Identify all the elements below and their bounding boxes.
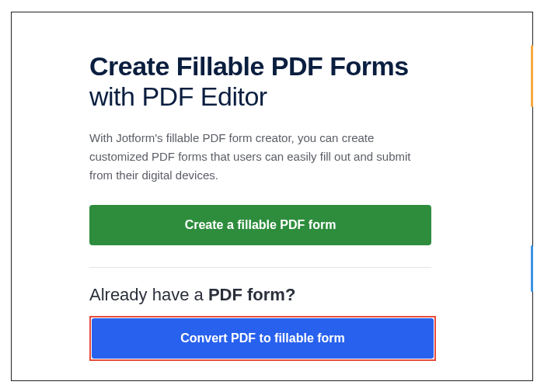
- page-description: With Jotform's fillable PDF form creator…: [89, 129, 416, 185]
- create-fillable-pdf-button[interactable]: Create a fillable PDF form: [89, 205, 431, 245]
- heading-bold: Create Fillable PDF Forms: [89, 51, 409, 81]
- convert-pdf-button[interactable]: Convert PDF to fillable form: [92, 318, 434, 359]
- edge-accent-blue: [531, 245, 533, 292]
- heading-light: with PDF Editor: [89, 82, 267, 111]
- edge-accent-orange: [531, 45, 533, 107]
- section-divider: [89, 267, 431, 268]
- page-frame: Create Fillable PDF Forms with PDF Edito…: [11, 12, 533, 381]
- subheading-prefix: Already have a: [89, 285, 208, 304]
- subheading-bold: PDF form?: [208, 285, 295, 304]
- subheading: Already have a PDF form?: [89, 285, 455, 305]
- page-heading: Create Fillable PDF Forms with PDF Edito…: [89, 51, 455, 112]
- highlight-box: Convert PDF to fillable form: [89, 316, 436, 361]
